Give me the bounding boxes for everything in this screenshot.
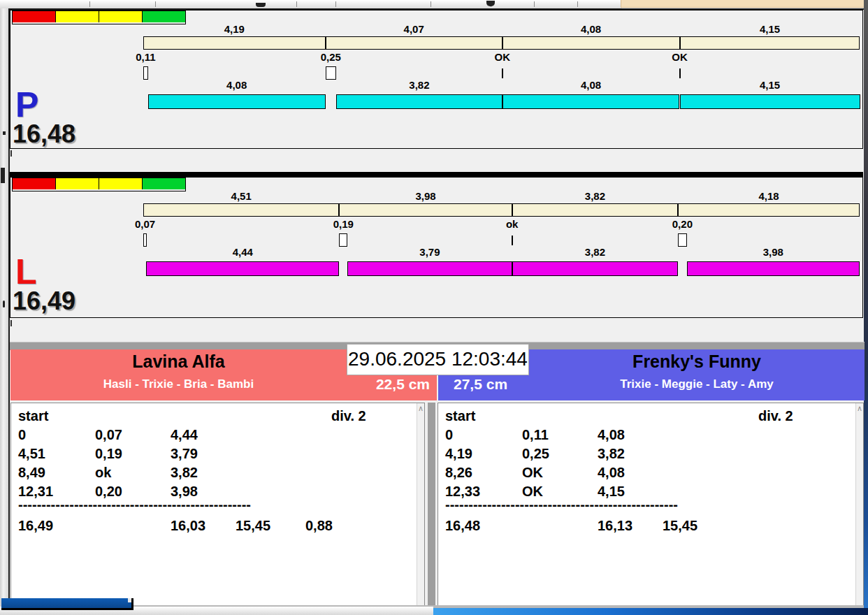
lane-total-time: 16,48: [13, 121, 75, 147]
traffic-light-cell: [13, 11, 56, 22]
run-bar-segment: [680, 94, 860, 109]
run-bar-segment: [512, 261, 678, 276]
traffic-light-cell: [143, 178, 185, 189]
flyball-timing-screen: 4,194,074,084,150,110,25OKOK4,083,824,08…: [0, 0, 868, 615]
split-label: 4,18: [735, 191, 802, 201]
toolbar-divider: [296, 1, 297, 7]
run-label: 3,82: [386, 80, 453, 90]
total-cell: 16,49: [18, 518, 53, 533]
clipped-text-fragment: [1, 168, 5, 183]
background-window-left-fragment: [0, 8, 8, 607]
table-cell: 4,44: [171, 427, 198, 442]
table-cell: 0,19: [95, 446, 122, 461]
changeover-label: 0,07: [112, 219, 179, 229]
result-table-right: start div. 2 00,114,084,190,253,828,26OK…: [437, 403, 864, 606]
cursor-artifact: [10, 150, 12, 157]
split-label: 4,08: [558, 24, 625, 34]
table-gap-divider: [425, 403, 437, 606]
split-divider: [502, 36, 503, 50]
lane-letter: P: [15, 87, 38, 122]
toolbar-divider: [89, 1, 90, 7]
changeover-box: [678, 233, 686, 247]
table-start-label: start: [18, 408, 48, 424]
split-label: 4,07: [380, 24, 447, 34]
clipped-text-fragment: [3, 301, 5, 308]
table-cell: 4,51: [18, 446, 45, 461]
total-cell: 16,03: [171, 518, 205, 533]
team-dogs: Trixie - Meggie - Laty - Amy: [529, 377, 865, 391]
run-label: 4,15: [737, 80, 804, 90]
result-table-left: start div. 2 00,074,444,510,193,798,49ok…: [10, 403, 425, 606]
table-scrollbar[interactable]: ∧: [417, 403, 424, 605]
traffic-light-cell: [99, 178, 143, 189]
run-bar-segment: [336, 94, 502, 109]
table-cell: 0: [445, 427, 453, 442]
table-start-label: start: [445, 408, 475, 424]
table-cell: ok: [95, 465, 111, 480]
table-cell: 0: [18, 427, 26, 442]
split-divider: [677, 203, 679, 217]
panel-divider: [10, 172, 863, 177]
split-label: 4,19: [201, 24, 268, 34]
run-label: 4,44: [209, 247, 276, 257]
toolbar-divider: [534, 1, 535, 7]
changeover-tick: [512, 236, 513, 245]
total-cell: 15,45: [663, 518, 697, 533]
team-name: Frenky's Funny: [529, 352, 865, 371]
run-label: 3,98: [739, 247, 806, 257]
jump-height: 22,5 cm: [304, 376, 430, 393]
table-separator: ----------------------------------------…: [445, 497, 678, 512]
datetime-display: 29.06.2025 12:03:44: [347, 344, 529, 375]
changeover-label: 0,25: [297, 52, 364, 62]
table-separator: ----------------------------------------…: [18, 497, 251, 512]
table-cell: 4,08: [598, 465, 625, 480]
total-cell: 16,13: [598, 518, 632, 533]
run-bar-segment: [148, 94, 326, 109]
changeover-label: OK: [469, 52, 536, 62]
lane-total-time: 16,49: [13, 288, 75, 314]
changeover-label: 0,11: [112, 52, 179, 62]
changeover-box: [143, 233, 147, 247]
team-dogs: Hasli - Trixie - Bria - Bambi: [10, 377, 347, 391]
table-cell: 0,07: [95, 427, 122, 442]
total-cell: 0,88: [305, 518, 333, 533]
table-scrollbar[interactable]: ∧: [855, 403, 863, 605]
run-label: 4,08: [203, 80, 270, 90]
changeover-box: [339, 233, 347, 247]
background-window-fragment: [621, 0, 866, 8]
clipped-text-fragment: [3, 131, 6, 135]
changeover-tick: [679, 68, 681, 78]
table-cell: 0,11: [522, 427, 549, 442]
run-label: 4,08: [558, 80, 625, 90]
changeover-label: 0,19: [310, 219, 377, 229]
table-cell: 4,19: [445, 446, 472, 461]
run-label: 3,79: [396, 247, 463, 257]
split-label: 4,15: [737, 24, 804, 34]
table-division-label: div. 2: [331, 408, 366, 424]
traffic-lights: [12, 178, 186, 191]
run-bar-segment: [502, 94, 680, 109]
desktop-edge: [864, 0, 868, 615]
total-cell: 15,45: [236, 518, 270, 533]
table-cell: 8,49: [18, 465, 45, 480]
scroll-up-icon[interactable]: ∧: [417, 405, 424, 412]
run-bar-segment: [146, 261, 339, 276]
traffic-light-cell: [56, 11, 99, 22]
table-cell: 3,82: [598, 446, 625, 461]
traffic-light-cell: [143, 11, 185, 22]
lane-panel-p: 4,194,074,084,150,110,25OKOK4,083,824,08…: [10, 10, 863, 149]
traffic-light-cell: [13, 178, 56, 189]
split-divider: [512, 203, 513, 217]
clipped-text-fragment: [256, 3, 266, 7]
table-cell: 3,82: [171, 465, 198, 480]
split-label: 4,51: [208, 191, 275, 201]
clipped-text-fragment: [486, 1, 495, 6]
table-cell: OK: [522, 465, 543, 480]
run-label: 3,82: [561, 247, 628, 257]
scroll-up-icon[interactable]: ∧: [856, 405, 863, 412]
toolbar-divider: [155, 1, 156, 7]
lane-panel-l: 4,513,983,824,180,070,19ok0,204,443,793,…: [10, 177, 863, 318]
jump-height: 27,5 cm: [454, 376, 565, 393]
team-name: Lavina Alfa: [10, 352, 347, 371]
split-divider: [338, 203, 340, 217]
